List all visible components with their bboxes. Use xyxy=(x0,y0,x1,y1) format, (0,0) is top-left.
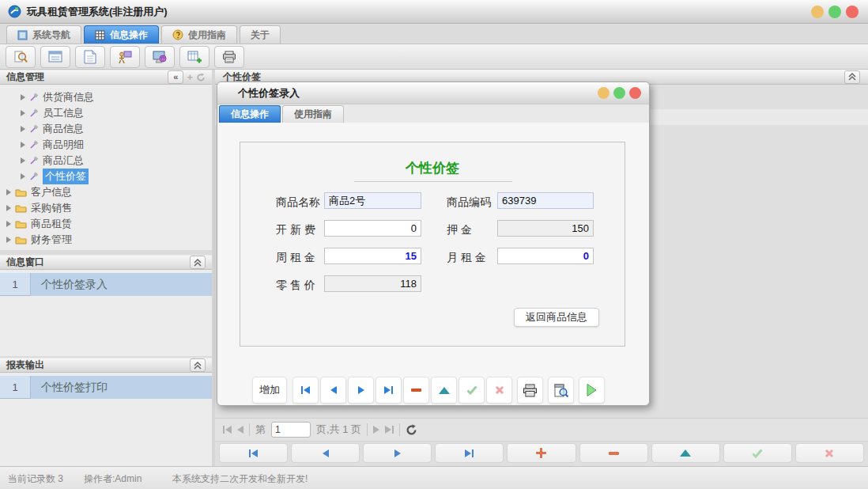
tab-system-nav[interactable]: 系统导航 xyxy=(6,25,81,44)
expand-icon[interactable] xyxy=(6,205,11,211)
dialog-maximize-button[interactable] xyxy=(613,87,625,99)
close-button[interactable] xyxy=(846,6,859,18)
tree-item-employees[interactable]: 员工信息 xyxy=(0,105,212,121)
row-number: 1 xyxy=(0,273,31,296)
prev-icon xyxy=(323,449,329,457)
product-code-input[interactable] xyxy=(497,192,594,209)
dialog-titlebar[interactable]: 个性价签录入 xyxy=(217,82,649,104)
tree-item-suppliers[interactable]: 供货商信息 xyxy=(0,89,212,105)
expand-icon[interactable] xyxy=(21,173,25,180)
dialog-tab-user-guide[interactable]: 使用指南 xyxy=(282,105,344,123)
expand-icon[interactable] xyxy=(21,142,25,148)
deposit-input[interactable] xyxy=(497,220,594,237)
check-icon xyxy=(466,385,477,395)
dialog-close-button[interactable] xyxy=(629,87,641,99)
tree-item-product-detail[interactable]: 商品明细 xyxy=(0,137,212,153)
expand-icon[interactable] xyxy=(6,221,11,227)
report-output-panel: 报表输出 1 个性价签打印 xyxy=(0,358,212,467)
tab-about[interactable]: 关于 xyxy=(240,25,281,44)
record-edit-button[interactable] xyxy=(651,443,720,463)
dialog-toolbar: 增加 xyxy=(252,377,605,404)
record-cancel-button[interactable] xyxy=(795,443,864,463)
nav-prev-button[interactable] xyxy=(320,377,346,404)
table-add-button[interactable] xyxy=(179,46,209,68)
confirm-button[interactable] xyxy=(459,377,485,404)
nav-first-button[interactable] xyxy=(292,377,319,404)
dialog-tab-info-operation[interactable]: 信息操作 xyxy=(219,105,281,123)
folder-icon xyxy=(15,219,27,229)
nav-next-button[interactable] xyxy=(348,377,374,404)
list-item[interactable]: 1 个性价签录入 xyxy=(0,272,212,296)
tab-user-guide[interactable]: 使用指南 xyxy=(161,25,237,44)
product-name-input[interactable] xyxy=(324,192,421,209)
data-form-button[interactable] xyxy=(40,46,70,68)
table-add-icon xyxy=(187,50,202,64)
dialog-minimize-button[interactable] xyxy=(598,87,609,99)
page-first-icon[interactable] xyxy=(223,426,232,434)
tree-label: 财务管理 xyxy=(31,233,72,247)
collapse-left-button[interactable]: « xyxy=(168,70,183,84)
print-setup-button[interactable] xyxy=(214,46,244,68)
page-number-input[interactable] xyxy=(271,422,311,438)
list-item[interactable]: 1 个性价签打印 xyxy=(0,375,212,399)
add-record-button[interactable]: 增加 xyxy=(252,377,287,404)
tree-folder-product-rental[interactable]: 商品租赁 xyxy=(0,216,212,232)
return-product-info-button[interactable]: 返回商品信息 xyxy=(514,308,599,327)
tree-item-products[interactable]: 商品信息 xyxy=(0,121,212,137)
record-add-button[interactable] xyxy=(507,443,576,463)
expand-icon[interactable] xyxy=(21,126,25,132)
tree-folder-purchase-sales[interactable]: 采购销售 xyxy=(0,200,212,216)
month-rent-input[interactable] xyxy=(497,248,594,264)
info-tree: 供货商信息 员工信息 商品信息 商品明细 xyxy=(0,85,212,250)
record-first-button[interactable] xyxy=(219,443,288,463)
run-button[interactable] xyxy=(579,377,605,404)
tab-label: 信息操作 xyxy=(110,28,148,42)
tab-label: 使用指南 xyxy=(294,108,332,121)
row-number: 1 xyxy=(0,376,31,399)
expand-icon[interactable] xyxy=(21,94,25,100)
collapse-up-button[interactable] xyxy=(190,358,206,372)
maximize-button[interactable] xyxy=(828,6,841,18)
record-confirm-button[interactable] xyxy=(723,443,792,463)
record-last-button[interactable] xyxy=(435,443,504,463)
folder-icon xyxy=(15,203,27,213)
tree-label: 商品信息 xyxy=(43,122,84,136)
record-next-button[interactable] xyxy=(363,443,432,463)
document-button[interactable] xyxy=(75,46,105,68)
tree-folder-finance[interactable]: 财务管理 xyxy=(0,232,212,248)
collapse-up-button[interactable] xyxy=(190,256,206,269)
expand-icon[interactable] xyxy=(21,110,25,116)
expand-icon[interactable] xyxy=(6,237,11,243)
page-refresh-icon[interactable] xyxy=(406,424,417,436)
tree-item-product-summary[interactable]: 商品汇总 xyxy=(0,153,212,169)
monitor-globe-button[interactable] xyxy=(145,46,175,68)
titlebar: 玩具租赁管理系统(非注册用户) xyxy=(0,0,868,24)
tree-folder-customers[interactable]: 客户信息 xyxy=(0,184,212,200)
info-window-panel: 信息窗口 1 个性价签录入 xyxy=(0,255,212,356)
expand-icon[interactable] xyxy=(6,189,11,195)
retail-price-input[interactable] xyxy=(324,275,421,292)
print-preview-button[interactable] xyxy=(548,377,574,404)
page-prev-icon[interactable] xyxy=(237,426,243,434)
delete-record-button[interactable] xyxy=(403,377,429,404)
open-fee-input[interactable] xyxy=(324,220,421,237)
search-button[interactable] xyxy=(6,46,36,68)
collapse-up-button[interactable] xyxy=(844,70,860,84)
presenter-report-button[interactable] xyxy=(110,46,140,68)
refresh-icon[interactable] xyxy=(196,73,206,82)
edit-record-button[interactable] xyxy=(431,377,457,404)
page-next-icon[interactable] xyxy=(373,426,379,434)
page-last-icon[interactable] xyxy=(385,426,394,434)
record-prev-button[interactable] xyxy=(291,443,360,463)
minimize-button[interactable] xyxy=(811,6,824,18)
expand-icon[interactable] xyxy=(21,157,25,164)
week-rent-input[interactable] xyxy=(324,248,421,264)
tab-info-operation[interactable]: 信息操作 xyxy=(84,25,159,44)
main-tabbar: 系统导航 信息操作 使用指南 关于 xyxy=(0,24,868,44)
tree-item-price-tag[interactable]: 个性价签 xyxy=(0,169,212,184)
nav-last-button[interactable] xyxy=(376,377,402,404)
print-button[interactable] xyxy=(517,377,543,404)
cancel-button[interactable] xyxy=(486,377,512,404)
add-icon[interactable]: + xyxy=(187,71,193,83)
record-delete-button[interactable] xyxy=(579,443,648,463)
